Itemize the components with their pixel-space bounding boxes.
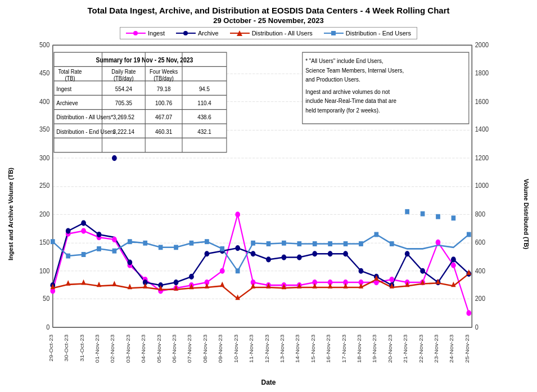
svg-point-75 <box>51 289 55 294</box>
svg-text:16-Nov-23: 16-Nov-23 <box>326 334 331 363</box>
svg-text:15-Nov-23: 15-Nov-23 <box>310 334 315 363</box>
svg-text:467.07: 467.07 <box>155 114 172 121</box>
svg-point-122 <box>344 251 348 256</box>
svg-rect-170 <box>220 247 224 251</box>
svg-text:14-Nov-23: 14-Nov-23 <box>295 334 300 363</box>
svg-text:31-Oct-23: 31-Oct-23 <box>79 334 84 361</box>
svg-text:08-Nov-23: 08-Nov-23 <box>202 334 208 363</box>
svg-text:Summary for  19 Nov - 25 Nov, : Summary for 19 Nov - 25 Nov, 2023 <box>96 56 193 64</box>
svg-rect-172 <box>251 241 255 245</box>
svg-point-96 <box>374 280 379 285</box>
svg-rect-186 <box>467 232 471 237</box>
svg-rect-185 <box>452 216 455 220</box>
svg-rect-174 <box>282 241 286 245</box>
svg-text:0: 0 <box>46 323 49 331</box>
svg-text:03-Nov-23: 03-Nov-23 <box>125 334 131 363</box>
svg-text:50: 50 <box>43 294 50 303</box>
svg-text:432.1: 432.1 <box>197 128 211 135</box>
svg-text:200: 200 <box>475 294 486 303</box>
svg-point-121 <box>328 251 332 256</box>
svg-text:200: 200 <box>39 210 50 218</box>
svg-rect-165 <box>143 241 147 245</box>
svg-text:1600: 1600 <box>475 97 489 106</box>
svg-text:19-Nov-23: 19-Nov-23 <box>372 334 377 363</box>
svg-rect-162 <box>97 247 101 251</box>
x-axis-label: Date <box>16 379 521 386</box>
svg-point-3 <box>183 31 188 35</box>
svg-text:and Production Users.: and Production Users. <box>305 75 360 83</box>
svg-point-127 <box>421 268 425 273</box>
svg-text:Total Rate: Total Rate <box>58 69 82 75</box>
svg-text:Ingest and archive volumes do : Ingest and archive volumes do not <box>305 88 390 95</box>
svg-text:10-Nov-23: 10-Nov-23 <box>233 334 238 363</box>
svg-point-116 <box>251 251 255 256</box>
svg-text:705.35: 705.35 <box>115 99 132 106</box>
svg-text:21-Nov-23: 21-Nov-23 <box>403 334 408 363</box>
chart-inner: 0 50 100 150 200 250 300 350 400 450 500… <box>16 42 521 386</box>
svg-rect-181 <box>390 242 394 246</box>
svg-text:01-Nov-23: 01-Nov-23 <box>94 334 100 363</box>
svg-text:Science Team Members,  Interna: Science Team Members, Internal Users, <box>305 66 404 74</box>
svg-text:300: 300 <box>39 154 50 162</box>
chart-container: Total Data Ingest, Archive, and Distribu… <box>0 0 537 392</box>
svg-point-120 <box>313 251 317 256</box>
svg-rect-161 <box>82 253 85 257</box>
svg-rect-175 <box>297 242 301 246</box>
svg-rect-176 <box>313 242 317 246</box>
chart-subtitle: 29 October - 25 November, 2023 <box>213 16 324 25</box>
svg-point-97 <box>390 277 394 282</box>
svg-point-86 <box>220 268 224 273</box>
legend-ingest-label: Ingest <box>148 30 165 37</box>
svg-text:09-Nov-23: 09-Nov-23 <box>218 334 223 363</box>
svg-text:18-Nov-23: 18-Nov-23 <box>357 334 362 363</box>
svg-text:Four Weeks: Four Weeks <box>150 69 178 75</box>
svg-text:450: 450 <box>39 69 50 77</box>
svg-rect-178 <box>344 242 348 246</box>
svg-point-104 <box>66 228 70 233</box>
svg-text:100.76: 100.76 <box>155 99 172 106</box>
svg-point-111 <box>174 280 178 285</box>
svg-point-79 <box>112 237 117 242</box>
svg-rect-171 <box>236 269 240 273</box>
svg-text:1000: 1000 <box>475 182 489 190</box>
svg-point-106 <box>97 232 101 237</box>
svg-rect-179 <box>359 242 363 246</box>
svg-point-108 <box>128 260 132 265</box>
svg-text:460.31: 460.31 <box>155 128 172 135</box>
svg-rect-7 <box>331 31 336 35</box>
svg-text:600: 600 <box>475 238 486 246</box>
svg-text:3,269.52: 3,269.52 <box>113 114 134 121</box>
svg-rect-180 <box>374 232 378 237</box>
svg-text:25-Nov-23: 25-Nov-23 <box>464 334 470 363</box>
svg-point-107 <box>112 156 117 161</box>
svg-text:400: 400 <box>475 267 486 275</box>
svg-point-113 <box>205 251 209 256</box>
svg-text:include Near-Real-Time data th: include Near-Real-Time data that are <box>305 97 396 105</box>
svg-text:29-Oct-23: 29-Oct-23 <box>48 334 53 361</box>
svg-rect-169 <box>205 240 209 244</box>
svg-rect-160 <box>66 254 70 258</box>
svg-text:350: 350 <box>39 125 50 133</box>
legend-archive: Archive <box>176 29 219 37</box>
svg-text:held temporarily (for 2 weeks): held temporarily (for 2 weeks). <box>305 106 380 114</box>
svg-text:24-Nov-23: 24-Nov-23 <box>449 334 454 363</box>
svg-point-101 <box>452 263 456 268</box>
svg-text:100: 100 <box>39 267 50 275</box>
svg-text:04-Nov-23: 04-Nov-23 <box>141 334 146 363</box>
svg-text:0: 0 <box>475 323 479 331</box>
svg-point-117 <box>267 257 271 262</box>
svg-text:2000: 2000 <box>475 42 489 49</box>
svg-text:79.18: 79.18 <box>157 85 171 92</box>
svg-text:Ingest: Ingest <box>56 85 71 92</box>
svg-point-123 <box>359 268 363 273</box>
svg-text:13-Nov-23: 13-Nov-23 <box>279 334 285 363</box>
svg-text:250: 250 <box>39 182 50 190</box>
svg-text:06-Nov-23: 06-Nov-23 <box>172 334 177 363</box>
svg-rect-159 <box>51 240 55 244</box>
svg-text:* "All Users" include End User: * "All Users" include End Users, <box>305 57 383 64</box>
svg-point-77 <box>82 228 86 233</box>
svg-text:17-Nov-23: 17-Nov-23 <box>341 334 346 363</box>
svg-text:554.24: 554.24 <box>115 85 132 92</box>
legend-ingest: Ingest <box>126 29 165 37</box>
svg-text:1200: 1200 <box>475 154 489 162</box>
